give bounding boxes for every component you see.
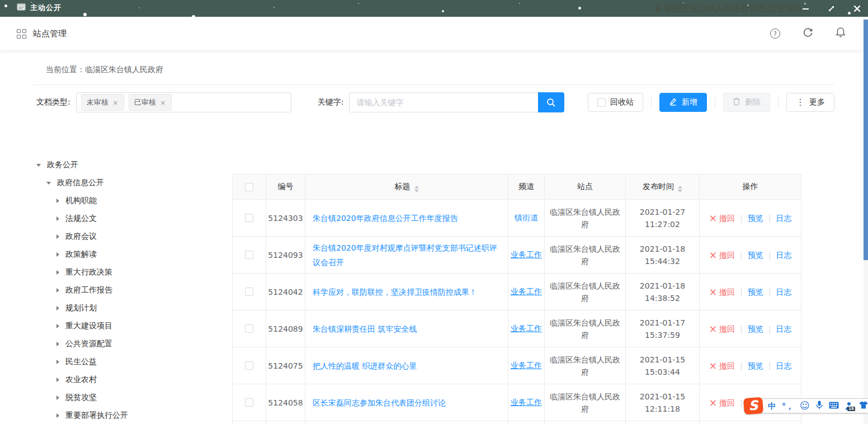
channel-link[interactable]: 业务工作	[511, 324, 542, 333]
remove-tag-icon[interactable]: ×	[160, 98, 166, 107]
ime-microphone-icon[interactable]	[816, 401, 823, 412]
withdraw-action[interactable]: ×撤回	[709, 288, 735, 296]
filter-tag-unreviewed[interactable]: 未审核 ×	[81, 94, 124, 111]
refresh-icon[interactable]	[803, 27, 813, 40]
withdraw-action[interactable]: ×撤回	[709, 214, 735, 223]
withdraw-action[interactable]: ×撤回	[709, 361, 735, 370]
tree-item[interactable]: 重大行政决策	[36, 263, 232, 281]
select-all-checkbox[interactable]	[245, 183, 253, 191]
collapse-arrow-icon[interactable]	[56, 199, 59, 203]
tree-item[interactable]: 脱贫攻坚	[36, 389, 232, 407]
withdraw-action[interactable]: ×撤回	[709, 398, 735, 407]
col-site: 站点	[545, 175, 626, 200]
row-checkbox[interactable]	[245, 251, 253, 259]
log-action[interactable]: 日志	[776, 251, 791, 260]
preview-action[interactable]: 预览	[748, 288, 763, 296]
col-title[interactable]: 标题	[305, 175, 508, 200]
more-button[interactable]: ⋮ 更多	[786, 93, 834, 112]
tree-item[interactable]: 公共资源配置	[36, 335, 232, 353]
channel-link[interactable]: 镇街道	[515, 213, 538, 222]
expand-arrow-icon[interactable]	[36, 164, 41, 167]
document-title-link[interactable]: 朱台镇2020年政府信息公开工作年度报告	[313, 214, 458, 223]
preview-action[interactable]: 预览	[748, 214, 763, 223]
tree-item[interactable]: 机构职能	[36, 192, 232, 210]
row-checkbox[interactable]	[245, 214, 253, 222]
close-button[interactable]	[852, 4, 861, 13]
tree-item[interactable]: 政府工作报告	[36, 281, 232, 299]
col-time[interactable]: 发布时间	[626, 175, 700, 200]
collapse-arrow-icon[interactable]	[56, 252, 59, 257]
notifications-bell-icon[interactable]	[836, 27, 846, 40]
document-title-link[interactable]: 区长宋磊同志参加朱台代表团分组讨论	[313, 398, 446, 407]
log-action[interactable]: 日志	[776, 324, 791, 333]
collapse-arrow-icon[interactable]	[56, 413, 59, 418]
channel-link[interactable]: 业务工作	[511, 287, 542, 296]
collapse-arrow-icon[interactable]	[56, 395, 59, 400]
collapse-arrow-icon[interactable]	[56, 378, 59, 382]
tree-item[interactable]: 规划计划	[36, 299, 232, 317]
tree-item[interactable]: 政府会议	[36, 228, 232, 246]
tree-item[interactable]: 重要部署执行公开	[36, 407, 232, 424]
help-icon[interactable]: ?	[770, 29, 780, 39]
tree-item[interactable]: 政府信息公开	[36, 174, 232, 192]
delete-button[interactable]: 删除	[723, 93, 770, 112]
filter-tag-reviewed[interactable]: 已审核 ×	[129, 94, 172, 111]
channel-link[interactable]: 业务工作	[511, 250, 542, 259]
withdraw-action[interactable]: ×撤回	[709, 251, 735, 260]
collapse-arrow-icon[interactable]	[56, 216, 59, 221]
collapse-arrow-icon[interactable]	[56, 288, 59, 293]
preview-action[interactable]: 预览	[748, 251, 763, 260]
preview-action[interactable]: 预览	[748, 361, 763, 370]
row-checkbox[interactable]	[245, 398, 253, 407]
module-title: 站点管理	[33, 29, 67, 39]
document-title-link[interactable]: 朱台镇2020年度对村观摩点评暨村党支部书记述职评议会召开	[313, 243, 497, 267]
document-title-link[interactable]: 科学应对，联防联控，坚决捍卫疫情防控成果！	[313, 288, 477, 296]
ime-account-icon[interactable]: 19	[845, 402, 853, 410]
minimize-button[interactable]	[801, 4, 810, 13]
ime-emoji-icon[interactable]: ☺	[800, 401, 810, 411]
log-action[interactable]: 日志	[776, 214, 791, 223]
sort-icon[interactable]	[678, 186, 682, 192]
log-action[interactable]: 日志	[776, 361, 791, 370]
collapse-arrow-icon[interactable]	[56, 234, 59, 239]
recycle-bin-checkbox[interactable]	[597, 98, 606, 107]
document-title-link[interactable]: 把人性的温暖 织进群众的心里	[313, 361, 417, 370]
keyword-input[interactable]	[349, 92, 538, 112]
tree-item[interactable]: 民生公益	[36, 353, 232, 371]
tree-item[interactable]: 农业农村	[36, 371, 232, 389]
ime-keyboard-icon[interactable]	[829, 401, 839, 411]
recycle-bin-button[interactable]: 回收站	[588, 93, 643, 112]
withdraw-action[interactable]: ×撤回	[709, 324, 735, 333]
add-button[interactable]: 新增	[659, 93, 707, 112]
collapse-arrow-icon[interactable]	[56, 342, 59, 346]
sort-icon[interactable]	[414, 186, 419, 192]
collapse-arrow-icon[interactable]	[56, 324, 59, 328]
remove-tag-icon[interactable]: ×	[112, 98, 119, 107]
row-checkbox[interactable]	[245, 288, 253, 296]
document-title-link[interactable]: 朱台镇深耕责任田 筑牢安全线	[313, 324, 417, 333]
expand-arrow-icon[interactable]	[46, 182, 51, 185]
collapse-arrow-icon[interactable]	[56, 360, 59, 364]
log-action[interactable]: 日志	[776, 288, 791, 296]
doc-type-select[interactable]: 未审核 × 已审核 ×	[76, 92, 291, 112]
ime-chinese-mode-icon[interactable]: 中	[768, 402, 776, 410]
scrollbar-thumb[interactable]	[864, 20, 868, 260]
tree-item[interactable]: 重大建设项目	[36, 317, 232, 335]
tree-item[interactable]: 政务公开	[36, 156, 232, 174]
preview-action[interactable]: 预览	[748, 324, 763, 333]
collapse-arrow-icon[interactable]	[56, 270, 59, 275]
apps-grid-icon[interactable]	[17, 29, 26, 39]
row-checkbox[interactable]	[245, 324, 253, 333]
maximize-button[interactable]	[827, 4, 836, 13]
ime-punctuation-icon[interactable]: °，	[782, 402, 794, 410]
ime-skin-icon[interactable]	[859, 401, 868, 411]
row-checkbox[interactable]	[245, 361, 253, 370]
search-button[interactable]	[538, 92, 564, 112]
channel-link[interactable]: 业务工作	[511, 361, 542, 370]
tree-item[interactable]: 政策解读	[36, 246, 232, 263]
vertical-scrollbar[interactable]	[864, 17, 868, 424]
tree-item[interactable]: 法规公文	[36, 210, 232, 228]
collapse-arrow-icon[interactable]	[56, 306, 59, 310]
sogou-logo-icon[interactable]: S	[743, 397, 763, 414]
channel-link[interactable]: 业务工作	[511, 398, 542, 407]
